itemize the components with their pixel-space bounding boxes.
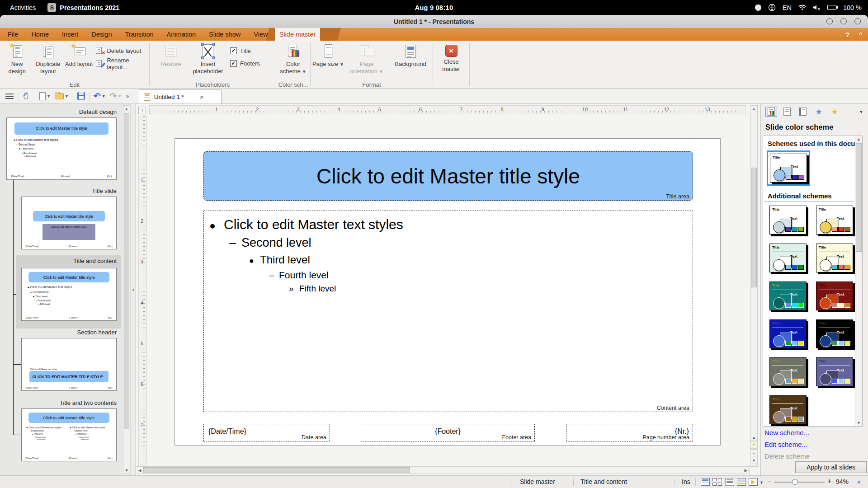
tab-view[interactable]: View — [249, 28, 273, 41]
outline-view-icon[interactable] — [725, 478, 734, 486]
page-orientation-button[interactable]: Page orientation▼ — [346, 41, 387, 79]
color-scheme-thumbnail[interactable]: TitleText — [769, 282, 807, 310]
zoom-slider-track[interactable] — [774, 482, 825, 483]
activities-button[interactable]: Activities — [10, 4, 36, 11]
insert-placeholder-button[interactable]: Insert placeholder — [190, 41, 226, 79]
color-scheme-thumbnail[interactable]: TitleText — [816, 319, 853, 348]
status-insert-mode[interactable]: Ins — [682, 478, 690, 485]
color-scheme-thumbnail[interactable]: TitleText — [769, 206, 807, 235]
layout-thumbnail-title-and-content[interactable]: Click to edit Master title style● Click … — [21, 268, 117, 321]
close-master-button[interactable]: × Close master — [434, 41, 468, 79]
page-size-button[interactable]: Page size▼ — [312, 41, 344, 79]
layout-thumbnail-section-header[interactable]: Click to edit Master text stylesCLICK TO… — [21, 338, 117, 391]
collapse-ribbon-button[interactable]: ^ — [859, 31, 863, 38]
title-placeholder[interactable]: Click to edit Master title style Title a… — [203, 151, 693, 201]
apply-to-all-slides-button[interactable]: Apply to all slides — [795, 461, 867, 473]
date-placeholder[interactable]: {Date/Time} Date area — [203, 424, 330, 441]
color-scheme-thumbnail[interactable]: TitleText — [769, 357, 807, 386]
color-scheme-thumbnail[interactable]: TitleText — [770, 154, 807, 183]
tray-indicator-icon[interactable] — [755, 5, 761, 11]
new-design-button[interactable]: ★ New design — [3, 41, 31, 79]
scroll-up-icon[interactable]: ▲ — [750, 107, 757, 111]
save-button[interactable] — [77, 92, 85, 100]
background-button[interactable]: Background — [389, 41, 432, 79]
duplicate-layout-button[interactable]: Duplicate layout — [33, 41, 62, 79]
color-scheme-button[interactable]: Color scheme▼ — [277, 41, 310, 79]
yellow-star-icon[interactable]: ★ — [829, 107, 840, 117]
keyboard-layout[interactable]: EN — [783, 4, 792, 11]
accessibility-icon[interactable] — [768, 4, 776, 11]
status-view-mode[interactable]: Slide master — [520, 478, 555, 485]
color-scheme-thumbnail[interactable]: TitleText — [769, 244, 807, 272]
zoom-out-button[interactable]: − — [767, 477, 771, 485]
zoom-level[interactable]: 94% — [836, 478, 849, 485]
ruler-origin-box[interactable]: + — [138, 107, 146, 114]
normal-view-icon[interactable] — [701, 478, 710, 486]
scroll-up-icon[interactable]: ▲ — [855, 137, 862, 141]
menu-icon[interactable] — [5, 94, 14, 99]
notes-view-icon[interactable] — [737, 478, 746, 486]
title-checkbox[interactable]: ✓ Title — [230, 47, 260, 54]
scroll-right-icon[interactable]: ▶ — [743, 468, 749, 473]
color-scheme-thumbnail[interactable]: TitleText — [816, 357, 853, 386]
edit-scheme-link[interactable]: Edit scheme... — [764, 441, 807, 448]
tab-home[interactable]: Home — [26, 28, 54, 41]
tab-slide-show[interactable]: Slide show — [204, 28, 245, 41]
statusbar-overflow-icon[interactable]: » — [857, 478, 861, 485]
pane-menu-arrow-icon[interactable]: ▼ — [859, 109, 863, 114]
tab-file[interactable]: File — [3, 28, 23, 41]
zoom-slider-thumb[interactable] — [792, 479, 798, 485]
pane-color-scheme-tab[interactable] — [765, 107, 777, 117]
zoom-in-button[interactable]: + — [827, 477, 831, 485]
jump-first-button[interactable]: ⌃ — [750, 441, 758, 449]
clock[interactable]: Aug 9 08:10 — [415, 4, 453, 11]
content-placeholder[interactable]: ●Click to edit Master text styles–Second… — [203, 211, 693, 412]
tab-transition[interactable]: Transition — [120, 28, 158, 41]
new-document-button[interactable]: ▼ — [39, 92, 51, 100]
toolbar-overflow-icon[interactable]: » — [126, 93, 129, 99]
jump-last-button[interactable]: ⌄ — [750, 449, 758, 456]
status-layout-name[interactable]: Title and content — [580, 478, 627, 485]
restore-button[interactable]: Restore — [156, 41, 186, 79]
vertical-ruler[interactable]: 1234567 — [138, 116, 147, 466]
add-layout-button[interactable]: ★ Add layout — [65, 41, 93, 79]
color-scheme-thumbnail[interactable]: TitleText — [769, 395, 807, 424]
slide-sorter-icon[interactable] — [712, 478, 722, 486]
scroll-left-icon[interactable]: ◀ — [137, 468, 142, 473]
scroll-up-icon[interactable]: ▲ — [123, 107, 130, 111]
footer-placeholder[interactable]: {Footer} Footer area — [361, 424, 535, 441]
tab-design[interactable]: Design — [86, 28, 117, 41]
new-scheme-link[interactable]: New scheme... — [764, 429, 809, 436]
document-tab[interactable]: Untitled 1 * × — [138, 89, 222, 103]
color-scheme-thumbnail[interactable]: TitleText — [769, 319, 807, 348]
help-button[interactable]: ? — [845, 31, 849, 38]
scheme-list-scrollbar[interactable]: ▲ ▼ — [855, 136, 862, 426]
scroll-down-icon[interactable]: ▼ — [855, 421, 862, 425]
layout-thumbnail-title-slide[interactable]: Click to edit Master title styleClick to… — [21, 197, 117, 249]
horizontal-ruler[interactable]: 12345678910111213 — [149, 105, 746, 114]
window-titlebar[interactable]: Untitled 1 * - Presentations — [0, 15, 868, 28]
document-close-icon[interactable]: × — [200, 93, 204, 101]
blue-star-icon[interactable]: ★ — [813, 107, 825, 117]
focused-app-menu[interactable]: S Presentations 2021 — [47, 3, 119, 12]
color-scheme-thumbnail[interactable]: TitleText — [816, 244, 853, 272]
rename-layout-button[interactable]: Rename layout... — [95, 59, 149, 69]
slideshow-dropdown-icon[interactable]: ▼ — [760, 480, 764, 485]
redo-button[interactable]: ↷▼ — [110, 92, 122, 100]
pane-insert-tab[interactable] — [797, 107, 809, 117]
maximize-button[interactable] — [840, 18, 847, 24]
next-slide-button[interactable]: ▼ — [750, 457, 758, 464]
volume-muted-icon[interactable] — [813, 5, 821, 10]
pan-hand-icon[interactable] — [22, 92, 31, 100]
sidebar-scrollbar[interactable]: ▲ ▼ — [123, 105, 130, 474]
color-scheme-thumbnail[interactable]: TitleText — [816, 206, 853, 235]
scroll-down-icon[interactable]: ▼ — [123, 468, 130, 473]
delete-layout-button[interactable]: × Delete layout — [95, 46, 149, 56]
wifi-icon[interactable] — [798, 5, 806, 10]
tab-slide-master[interactable]: Slide master — [275, 28, 320, 41]
battery-icon[interactable] — [827, 5, 836, 10]
minimize-button[interactable] — [826, 18, 833, 24]
undo-button[interactable]: ↶▼ — [94, 92, 106, 100]
pane-layout-tab[interactable] — [781, 107, 793, 117]
previous-slide-button[interactable]: ▲ — [750, 434, 758, 441]
